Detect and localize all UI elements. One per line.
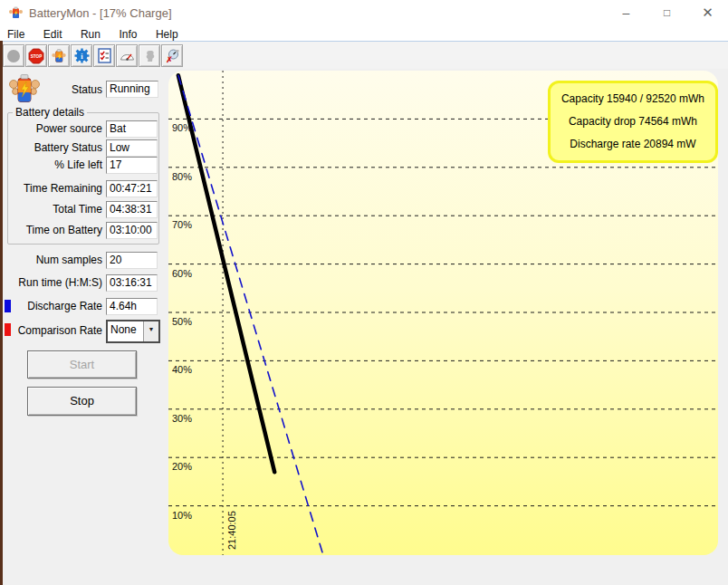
chevron-down-icon[interactable]: ▼ xyxy=(143,321,158,341)
discharge-rate-label: Discharge Rate xyxy=(9,300,102,312)
capacity-annotation: Capacity 15940 / 92520 mWh xyxy=(552,88,714,110)
menu-edit[interactable]: Edit xyxy=(36,27,70,42)
total-time-label: Total Time xyxy=(9,203,102,216)
title-bar: BatteryMon - [17% Charge] – □ ✕ xyxy=(0,0,728,25)
power-source-field: Bat xyxy=(106,120,158,138)
y-tick-label: 10% xyxy=(172,510,192,521)
time-on-battery-label: Time on Battery xyxy=(9,224,102,236)
menu-info[interactable]: Info xyxy=(111,27,144,42)
svg-text:✗: ✗ xyxy=(166,55,173,64)
stop-sign-icon: STOP xyxy=(28,48,44,64)
total-time-field: 04:38:31 xyxy=(106,201,158,218)
time-remaining-label: Time Remaining xyxy=(9,182,102,195)
stop-button[interactable]: Stop xyxy=(27,387,137,416)
app-battery-icon xyxy=(8,5,23,20)
y-tick-label: 70% xyxy=(172,219,192,230)
record-icon xyxy=(6,49,21,63)
time-remaining-field: 00:47:21 xyxy=(106,180,158,197)
power-source-icon xyxy=(143,49,157,63)
series-actual xyxy=(178,75,274,472)
time-marker-label: 21:40:05 xyxy=(226,511,237,550)
num-samples-field: 20 xyxy=(106,252,158,269)
checklist-icon xyxy=(98,48,111,63)
num-samples-label: Num samples xyxy=(9,254,102,266)
battery-monitor-icon xyxy=(52,48,66,64)
discharge-chart: 90%80%70%60%50%40%30%20%10%21:40:05 Capa… xyxy=(168,71,718,555)
menu-help[interactable]: Help xyxy=(148,27,186,42)
gauge-button[interactable] xyxy=(116,44,138,67)
batterymon-window: BatteryMon - [17% Charge] – □ ✕ File Edi… xyxy=(0,0,728,585)
capacity-drop-annotation: Capacity drop 74564 mWh xyxy=(552,110,714,133)
toolbar: STOP xyxy=(0,42,728,69)
maximize-button[interactable]: □ xyxy=(647,0,687,25)
battery-monitor-button[interactable] xyxy=(48,44,70,67)
comparison-rate-value: None xyxy=(108,321,143,341)
battery-details-title: Battery details xyxy=(13,106,87,119)
record-button[interactable] xyxy=(3,44,24,67)
gauge-icon xyxy=(120,49,135,62)
battery-status-field: Low xyxy=(106,139,158,157)
y-tick-label: 80% xyxy=(172,171,192,182)
desktop-edge-strip xyxy=(0,41,3,585)
status-field: Running xyxy=(106,81,158,98)
discharge-rate-annotation: Discharge rate 20894 mW xyxy=(552,133,714,156)
remove-gauge-icon: ✗ xyxy=(165,48,180,63)
minimize-button[interactable]: – xyxy=(606,0,647,25)
settings-button[interactable]: i xyxy=(71,44,92,67)
menu-run[interactable]: Run xyxy=(73,27,108,42)
menu-file[interactable]: File xyxy=(0,27,32,42)
power-source-label: Power source xyxy=(9,122,102,135)
y-tick-label: 50% xyxy=(172,316,192,327)
stop-sign-button[interactable]: STOP xyxy=(25,44,47,67)
checklist-button[interactable] xyxy=(93,44,115,67)
y-tick-label: 60% xyxy=(172,268,192,279)
status-label: Status xyxy=(9,83,102,96)
battery-status-label: Battery Status xyxy=(9,141,102,154)
run-time-label: Run time (H:M:S) xyxy=(9,276,102,289)
discharge-rate-field: 4.64h xyxy=(106,298,158,315)
comparison-rate-select[interactable]: None ▼ xyxy=(106,320,160,343)
y-tick-label: 30% xyxy=(172,413,192,424)
life-left-field: 17 xyxy=(106,157,158,174)
run-time-field: 03:16:31 xyxy=(106,274,158,292)
y-tick-label: 20% xyxy=(172,461,192,472)
svg-text:STOP: STOP xyxy=(31,54,42,59)
menu-bar: File Edit Run Info Help xyxy=(0,25,728,42)
comparison-rate-label: Comparison Rate xyxy=(9,324,102,337)
start-button[interactable]: Start xyxy=(27,350,137,379)
time-on-battery-field: 03:10:00 xyxy=(106,222,158,239)
settings-gear-icon: i xyxy=(74,48,90,63)
series-comparison xyxy=(178,75,323,554)
remove-gauge-button[interactable]: ✗ xyxy=(161,44,183,67)
window-title: BatteryMon - [17% Charge] xyxy=(29,6,172,20)
y-tick-label: 40% xyxy=(172,364,192,375)
life-left-label: % Life left xyxy=(9,158,102,171)
close-button[interactable]: ✕ xyxy=(687,0,728,25)
capacity-infobox: Capacity 15940 / 92520 mWh Capacity drop… xyxy=(548,81,718,163)
power-source-button[interactable] xyxy=(139,44,160,67)
